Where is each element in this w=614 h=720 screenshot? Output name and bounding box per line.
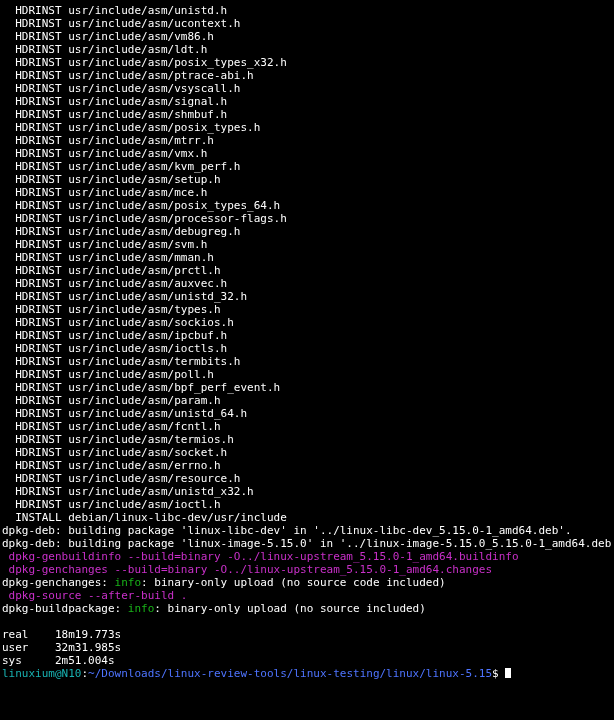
output-text: HDRINST usr/include/asm/svm.h [2, 238, 207, 251]
output-text: HDRINST usr/include/asm/mman.h [2, 251, 214, 264]
terminal-line: HDRINST usr/include/asm/shmbuf.h [2, 108, 612, 121]
output-text: HDRINST usr/include/asm/ipcbuf.h [2, 329, 227, 342]
output-text: HDRINST usr/include/asm/bpf_perf_event.h [2, 381, 280, 394]
terminal-line: INSTALL debian/linux-libc-dev/usr/includ… [2, 511, 612, 524]
prompt-line: linuxium@N10:~/Downloads/linux-review-to… [2, 667, 612, 680]
terminal-line: HDRINST usr/include/asm/mce.h [2, 186, 612, 199]
terminal-line: HDRINST usr/include/asm/ptrace-abi.h [2, 69, 612, 82]
output-text: HDRINST usr/include/asm/termios.h [2, 433, 234, 446]
dpkg-source: dpkg-source --after-build . [2, 589, 187, 602]
terminal-line: HDRINST usr/include/asm/ldt.h [2, 43, 612, 56]
terminal-line: HDRINST usr/include/asm/resource.h [2, 472, 612, 485]
terminal-line: HDRINST usr/include/asm/unistd_64.h [2, 407, 612, 420]
user-time: user 32m31.985s [2, 641, 121, 654]
terminal-line: HDRINST usr/include/asm/ioctls.h [2, 342, 612, 355]
output-text: dpkg-deb: building package 'linux-image-… [2, 537, 614, 550]
terminal-line: HDRINST usr/include/asm/debugreg.h [2, 225, 612, 238]
output-text: HDRINST usr/include/asm/fcntl.h [2, 420, 221, 433]
output-text: HDRINST usr/include/asm/processor-flags.… [2, 212, 287, 225]
output-text: HDRINST usr/include/asm/setup.h [2, 173, 221, 186]
genchanges-message: : binary-only upload (no source code inc… [141, 576, 446, 589]
output-text: HDRINST usr/include/asm/signal.h [2, 95, 227, 108]
terminal-line: dpkg-genbuildinfo --build=binary -O../li… [2, 550, 612, 563]
output-text: HDRINST usr/include/asm/vm86.h [2, 30, 214, 43]
output-text: HDRINST usr/include/asm/vmx.h [2, 147, 207, 160]
terminal-line: real 18m19.773s [2, 628, 612, 641]
output-text: HDRINST usr/include/asm/resource.h [2, 472, 240, 485]
cursor[interactable] [505, 668, 511, 678]
prompt-dollar: $ [492, 667, 505, 680]
terminal-line: HDRINST usr/include/asm/vmx.h [2, 147, 612, 160]
terminal-line: HDRINST usr/include/asm/setup.h [2, 173, 612, 186]
output-text: HDRINST usr/include/asm/ioctl.h [2, 498, 221, 511]
output-text: HDRINST usr/include/asm/mce.h [2, 186, 207, 199]
info-label: info [128, 602, 155, 615]
info-label: info [115, 576, 142, 589]
terminal-line: dpkg-deb: building package 'linux-image-… [2, 537, 612, 550]
output-text: HDRINST usr/include/asm/poll.h [2, 368, 214, 381]
terminal-line: HDRINST usr/include/asm/ipcbuf.h [2, 329, 612, 342]
buildpkg-message: : binary-only upload (no source included… [154, 602, 426, 615]
output-text: HDRINST usr/include/asm/unistd_x32.h [2, 485, 254, 498]
output-text: HDRINST usr/include/asm/ucontext.h [2, 17, 240, 30]
terminal-line: dpkg-source --after-build . [2, 589, 612, 602]
output-text: HDRINST usr/include/asm/socket.h [2, 446, 227, 459]
output-text: HDRINST usr/include/asm/shmbuf.h [2, 108, 227, 121]
output-text: INSTALL debian/linux-libc-dev/usr/includ… [2, 511, 287, 524]
dpkg-genbuildinfo: dpkg-genbuildinfo --build=binary -O../li… [2, 550, 519, 563]
output-text: HDRINST usr/include/asm/types.h [2, 303, 221, 316]
output-text: HDRINST usr/include/asm/debugreg.h [2, 225, 240, 238]
terminal-line: HDRINST usr/include/asm/socket.h [2, 446, 612, 459]
terminal-line: dpkg-deb: building package 'linux-libc-d… [2, 524, 612, 537]
terminal-line: HDRINST usr/include/asm/ioctl.h [2, 498, 612, 511]
terminal-line [2, 615, 612, 628]
terminal-line: HDRINST usr/include/asm/sockios.h [2, 316, 612, 329]
prompt-path: ~/Downloads/linux-review-tools/linux-tes… [88, 667, 492, 680]
buildpkg-prefix: dpkg-buildpackage: [2, 602, 128, 615]
dpkg-genchanges: dpkg-genchanges --build=binary -O../linu… [2, 563, 492, 576]
terminal-line: HDRINST usr/include/asm/unistd_x32.h [2, 485, 612, 498]
terminal-line: HDRINST usr/include/asm/vsyscall.h [2, 82, 612, 95]
blank-line [2, 615, 9, 628]
output-text: HDRINST usr/include/asm/ioctls.h [2, 342, 227, 355]
terminal-line: sys 2m51.004s [2, 654, 612, 667]
terminal-line: HDRINST usr/include/asm/vm86.h [2, 30, 612, 43]
terminal-line: HDRINST usr/include/asm/posix_types.h [2, 121, 612, 134]
output-text: HDRINST usr/include/asm/ldt.h [2, 43, 207, 56]
output-text: HDRINST usr/include/asm/errno.h [2, 459, 221, 472]
output-text: HDRINST usr/include/asm/sockios.h [2, 316, 234, 329]
output-text: HDRINST usr/include/asm/vsyscall.h [2, 82, 240, 95]
output-text: HDRINST usr/include/asm/unistd_32.h [2, 290, 247, 303]
output-text: HDRINST usr/include/asm/ptrace-abi.h [2, 69, 254, 82]
terminal-line: HDRINST usr/include/asm/fcntl.h [2, 420, 612, 433]
terminal-line: HDRINST usr/include/asm/ucontext.h [2, 17, 612, 30]
output-text: HDRINST usr/include/asm/param.h [2, 394, 221, 407]
terminal-line: HDRINST usr/include/asm/signal.h [2, 95, 612, 108]
output-text: HDRINST usr/include/asm/mtrr.h [2, 134, 214, 147]
terminal-line: HDRINST usr/include/asm/posix_types_x32.… [2, 56, 612, 69]
genchanges-prefix: dpkg-genchanges: [2, 576, 115, 589]
terminal-line: HDRINST usr/include/asm/posix_types_64.h [2, 199, 612, 212]
terminal-line: HDRINST usr/include/asm/types.h [2, 303, 612, 316]
terminal-line: HDRINST usr/include/asm/mman.h [2, 251, 612, 264]
output-text: HDRINST usr/include/asm/posix_types.h [2, 121, 260, 134]
terminal-line: user 32m31.985s [2, 641, 612, 654]
output-text: HDRINST usr/include/asm/unistd_64.h [2, 407, 247, 420]
output-text: dpkg-deb: building package 'linux-libc-d… [2, 524, 572, 537]
output-text: HDRINST usr/include/asm/termbits.h [2, 355, 240, 368]
terminal-line: HDRINST usr/include/asm/poll.h [2, 368, 612, 381]
terminal-line: HDRINST usr/include/asm/auxvec.h [2, 277, 612, 290]
output-text: HDRINST usr/include/asm/kvm_perf.h [2, 160, 240, 173]
terminal-line: dpkg-genchanges: info: binary-only uploa… [2, 576, 612, 589]
output-text: HDRINST usr/include/asm/prctl.h [2, 264, 221, 277]
output-text: HDRINST usr/include/asm/auxvec.h [2, 277, 227, 290]
terminal-output[interactable]: HDRINST usr/include/asm/unistd.h HDRINST… [0, 0, 614, 682]
terminal-line: HDRINST usr/include/asm/param.h [2, 394, 612, 407]
terminal-line: HDRINST usr/include/asm/termbits.h [2, 355, 612, 368]
terminal-line: HDRINST usr/include/asm/processor-flags.… [2, 212, 612, 225]
terminal-line: HDRINST usr/include/asm/termios.h [2, 433, 612, 446]
terminal-line: HDRINST usr/include/asm/prctl.h [2, 264, 612, 277]
terminal-line: HDRINST usr/include/asm/svm.h [2, 238, 612, 251]
prompt-userhost: linuxium@N10 [2, 667, 81, 680]
output-text: HDRINST usr/include/asm/posix_types_x32.… [2, 56, 287, 69]
